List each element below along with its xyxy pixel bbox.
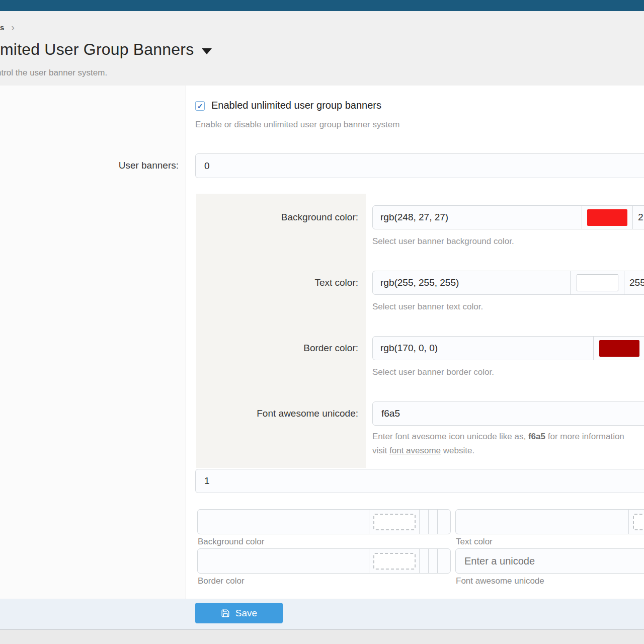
new-border-control-cell[interactable] xyxy=(437,549,450,573)
fa-hint2-tail: website. xyxy=(441,446,474,455)
border-color-label: Border color: xyxy=(196,343,358,354)
background-color-input[interactable] xyxy=(373,206,582,229)
save-floppy-icon xyxy=(221,609,230,618)
new-text-swatch-cell[interactable] xyxy=(628,510,644,534)
new-background-color-picker xyxy=(197,509,451,534)
user-banners-label: User banners: xyxy=(0,160,179,171)
text-color-label: Text color: xyxy=(196,277,358,288)
border-color-swatch[interactable] xyxy=(599,340,639,357)
new-border-swatch-placeholder xyxy=(373,553,416,570)
text-color-swatch[interactable] xyxy=(577,274,618,291)
new-text-color-input[interactable] xyxy=(456,510,628,534)
text-color-channel-value: 255 xyxy=(624,277,644,288)
background-color-hint: Select user banner background color. xyxy=(372,236,514,247)
chevron-right-icon: › xyxy=(11,23,15,32)
breadcrumb: s › xyxy=(0,22,15,32)
display-order-input[interactable] xyxy=(195,469,644,493)
fa-hint2-text: visit xyxy=(372,446,389,455)
title-menu-caret-icon[interactable] xyxy=(202,48,212,54)
new-background-swatch-placeholder xyxy=(373,514,416,530)
enable-banners-checkbox[interactable]: ✓ xyxy=(195,101,205,111)
fa-hint1-tail: for more information xyxy=(545,432,624,441)
text-color-picker: 255 xyxy=(372,271,644,295)
form-footer xyxy=(0,599,644,629)
background-color-channel-value: 2 xyxy=(633,212,643,223)
page-title-text: mited User Group Banners xyxy=(0,40,194,59)
border-color-hint: Select user banner border color. xyxy=(372,367,494,377)
new-font-awesome-unicode-label: Font awesome unicode xyxy=(456,576,544,586)
breadcrumb-item[interactable]: s xyxy=(0,23,4,32)
font-awesome-unicode-input[interactable] xyxy=(372,401,644,426)
background-color-swatch[interactable] xyxy=(587,209,627,226)
font-awesome-link[interactable]: font avesome xyxy=(389,446,441,455)
font-awesome-hint-line1: Enter font avesome icon unicode like as,… xyxy=(372,432,644,442)
save-button[interactable]: Save xyxy=(195,603,283,623)
new-border-swatch-cell[interactable] xyxy=(369,549,419,573)
new-text-swatch-placeholder xyxy=(633,514,644,530)
banner-editor-panel xyxy=(196,194,366,468)
border-color-picker xyxy=(372,336,644,360)
user-banners-input[interactable] xyxy=(195,153,644,178)
background-color-channel-cell[interactable]: 2 xyxy=(632,206,644,229)
page-title: mited User Group Banners xyxy=(0,40,212,59)
new-border-color-label: Border color xyxy=(198,576,245,586)
background-color-swatch-cell[interactable] xyxy=(582,206,632,229)
page-subtitle: ntrol the user banner system. xyxy=(0,68,107,78)
page-bottom-strip xyxy=(0,629,644,644)
admin-options-page: s › mited User Group Banners ntrol the u… xyxy=(0,0,644,644)
background-color-picker: 2 xyxy=(372,205,644,229)
new-text-color-label: Text color xyxy=(456,537,493,547)
new-border-color-input[interactable] xyxy=(198,549,369,573)
new-text-color-picker xyxy=(455,509,644,534)
text-color-channel-cell[interactable]: 255 xyxy=(624,271,644,294)
border-color-input[interactable] xyxy=(373,337,593,360)
background-color-label: Background color: xyxy=(196,212,358,223)
fa-hint1-text: Enter font avesome icon unicode like as, xyxy=(372,432,528,441)
fa-hint1-code: f6a5 xyxy=(528,432,545,441)
new-background-color-input[interactable] xyxy=(198,510,369,534)
font-awesome-hint-line2: visit font avesome website. xyxy=(372,446,474,456)
font-awesome-unicode-label: Font awesome unicode: xyxy=(196,408,358,419)
checkbox-check-icon: ✓ xyxy=(197,102,203,110)
enable-banners-label[interactable]: Enabled unlimited user group banners xyxy=(211,100,381,111)
new-border-color-picker xyxy=(197,548,451,574)
new-font-awesome-unicode-input[interactable] xyxy=(455,548,644,574)
enable-banners-hint: Enable or disable unlimited user group b… xyxy=(195,120,399,130)
text-color-swatch-cell[interactable] xyxy=(570,271,624,294)
border-color-swatch-cell[interactable] xyxy=(593,337,644,360)
text-color-input[interactable] xyxy=(373,271,570,294)
new-background-control-cell[interactable] xyxy=(437,510,450,534)
new-border-control-cell[interactable] xyxy=(419,549,428,573)
top-navigation-bar xyxy=(0,0,644,11)
new-border-control-cell[interactable] xyxy=(428,549,437,573)
new-background-control-cell[interactable] xyxy=(419,510,428,534)
save-button-label: Save xyxy=(235,608,257,619)
new-background-color-label: Background color xyxy=(198,537,264,547)
new-background-control-cell[interactable] xyxy=(428,510,437,534)
text-color-hint: Select user banner text color. xyxy=(372,302,483,312)
new-background-swatch-cell[interactable] xyxy=(369,510,419,534)
